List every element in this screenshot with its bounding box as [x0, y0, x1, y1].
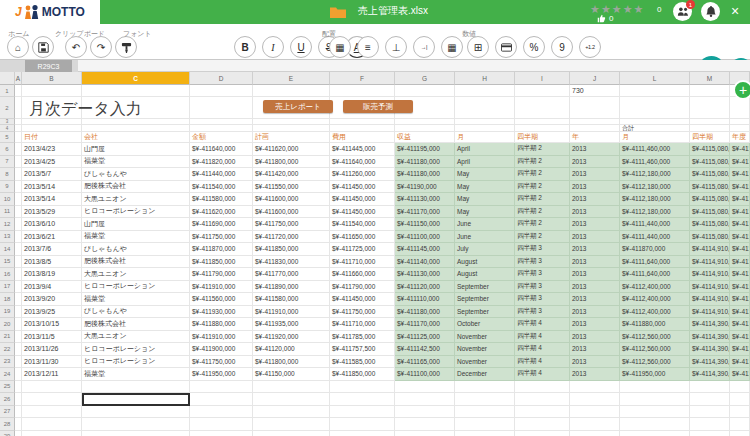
row-header-11[interactable]: 11: [0, 206, 15, 219]
cell[interactable]: [15, 431, 22, 436]
cell[interactable]: [570, 125, 620, 132]
cell[interactable]: [515, 85, 570, 97]
cell[interactable]: September: [455, 293, 515, 306]
cell[interactable]: 四半期 3: [515, 243, 570, 256]
cell[interactable]: [15, 368, 22, 381]
cell[interactable]: [190, 125, 253, 132]
cell[interactable]: $¥-4112,180,000: [620, 168, 690, 181]
cell[interactable]: [330, 406, 395, 419]
cell[interactable]: 2013: [570, 343, 620, 356]
cell[interactable]: [22, 431, 82, 436]
cell[interactable]: 2013/6/21: [22, 231, 82, 244]
row-header-22[interactable]: 22: [0, 343, 15, 356]
cell[interactable]: 費用: [330, 132, 395, 143]
cell[interactable]: August: [455, 268, 515, 281]
cell[interactable]: [330, 125, 395, 132]
close-button[interactable]: ×: [731, 3, 739, 19]
cell[interactable]: ヒロコーポレーション: [82, 206, 190, 219]
cell[interactable]: 四半期 2: [515, 193, 570, 206]
cell[interactable]: 金額: [190, 132, 253, 143]
cell[interactable]: 四半期 3: [515, 256, 570, 269]
cell[interactable]: [690, 125, 730, 132]
cell[interactable]: $¥-411170,000: [395, 206, 455, 219]
cell[interactable]: [620, 393, 690, 406]
save-button[interactable]: [32, 36, 54, 58]
cell[interactable]: 2013: [570, 368, 620, 381]
cell[interactable]: [15, 268, 22, 281]
cell[interactable]: [253, 125, 330, 132]
cell[interactable]: [570, 406, 620, 419]
cell[interactable]: 2013/10/15: [22, 318, 82, 331]
cell[interactable]: $¥-411180,000: [395, 156, 455, 169]
row-header-23[interactable]: 23: [0, 356, 15, 369]
cell[interactable]: $¥-4115,080,000: [690, 181, 730, 194]
cell[interactable]: $¥-411540,000: [190, 181, 253, 194]
cell[interactable]: $¥-411750,000: [253, 218, 330, 231]
row-header-26[interactable]: 26: [0, 393, 15, 406]
cell[interactable]: $¥-411550,000: [253, 181, 330, 194]
cell[interactable]: 2013: [570, 281, 620, 294]
cell[interactable]: $¥-411165,000: [395, 356, 455, 369]
cell[interactable]: $¥-411930,000: [190, 306, 253, 319]
number-format-button[interactable]: ⊞: [467, 36, 489, 58]
cell[interactable]: $¥-4115,080,000: [730, 143, 750, 156]
row-header-20[interactable]: 20: [0, 318, 15, 331]
cell[interactable]: 四半期 2: [515, 168, 570, 181]
cell[interactable]: $¥-411800,000: [253, 356, 330, 369]
cell[interactable]: [455, 418, 515, 431]
cell[interactable]: $¥-411850,000: [190, 256, 253, 269]
cell[interactable]: 2013: [570, 193, 620, 206]
cell[interactable]: 四半期 2: [515, 231, 570, 244]
cell[interactable]: 月: [620, 132, 690, 143]
cell[interactable]: 2013: [570, 331, 620, 344]
cell[interactable]: 福菜堂: [82, 156, 190, 169]
borders-button[interactable]: ▦: [441, 36, 463, 58]
cell[interactable]: $¥-411900,000: [190, 343, 253, 356]
cell[interactable]: [22, 85, 82, 97]
cell[interactable]: 2013: [570, 168, 620, 181]
cell[interactable]: [455, 97, 515, 119]
cell[interactable]: 四半期: [690, 132, 730, 143]
cell[interactable]: [190, 381, 253, 394]
row-header-4[interactable]: 4: [0, 125, 15, 132]
cell[interactable]: $¥-4114,910,000: [690, 256, 730, 269]
cell[interactable]: 大黒ユニオン: [82, 268, 190, 281]
cell[interactable]: $¥-411600,000: [253, 193, 330, 206]
text-direction-button[interactable]: →|: [413, 36, 435, 58]
cell[interactable]: $¥-4114,910,000: [690, 293, 730, 306]
like-button[interactable]: 0: [597, 14, 613, 23]
cell[interactable]: $¥-411560,000: [190, 293, 253, 306]
cell[interactable]: [620, 97, 690, 119]
cell[interactable]: $¥-4112,560,000: [620, 356, 690, 369]
cell[interactable]: $¥-411580,000: [190, 193, 253, 206]
cell[interactable]: $¥-411142,500: [395, 343, 455, 356]
cell[interactable]: $¥-4114,390,000: [730, 368, 750, 381]
column-header-E[interactable]: E: [253, 72, 330, 85]
cell[interactable]: [82, 431, 190, 436]
cell[interactable]: November: [455, 356, 515, 369]
cell[interactable]: 肥後株式会社: [82, 181, 190, 194]
cell[interactable]: $¥-41190,000: [395, 181, 455, 194]
italic-button[interactable]: I: [262, 36, 284, 58]
cell[interactable]: $¥-4114,390,000: [690, 331, 730, 344]
cell[interactable]: $¥-411880,000: [190, 318, 253, 331]
column-header-G[interactable]: G: [395, 72, 455, 85]
cell[interactable]: [15, 143, 22, 156]
cell[interactable]: [82, 406, 190, 419]
column-header-M[interactable]: M: [690, 72, 730, 85]
comma-style-button[interactable]: 9: [551, 36, 573, 58]
cell[interactable]: $¥-411140,000: [395, 256, 455, 269]
row-header-17[interactable]: 17: [0, 281, 15, 294]
cell[interactable]: 2013: [570, 181, 620, 194]
cell[interactable]: $¥-411640,000: [330, 156, 395, 169]
cell[interactable]: July: [455, 243, 515, 256]
cell[interactable]: May: [455, 168, 515, 181]
row-header-12[interactable]: 12: [0, 218, 15, 231]
cell[interactable]: $¥-411935,000: [253, 318, 330, 331]
cell[interactable]: $¥-411450,000: [330, 206, 395, 219]
cell[interactable]: $¥-411170,000: [395, 318, 455, 331]
cell[interactable]: [15, 231, 22, 244]
cell[interactable]: $¥-4114,910,000: [690, 281, 730, 294]
cell[interactable]: $¥-4115,080,000: [730, 181, 750, 194]
cell[interactable]: 四半期 4: [515, 331, 570, 344]
